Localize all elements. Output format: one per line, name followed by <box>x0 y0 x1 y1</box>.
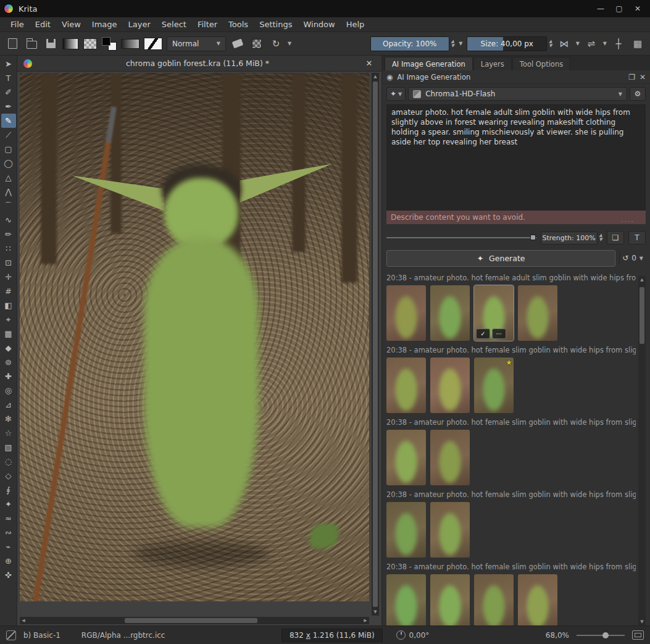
tool-rectangle[interactable]: ▢ <box>1 142 16 156</box>
result-group-header[interactable]: 20:38 - amateur photo. hot female adult … <box>386 274 636 282</box>
menu-help[interactable]: Help <box>341 19 370 30</box>
preserve-alpha-toggle[interactable] <box>249 36 264 52</box>
scroll-left-icon[interactable]: ◀ <box>20 617 27 624</box>
canvas-horizontal-scrollbar[interactable]: ◀ ▶ <box>20 617 369 624</box>
menu-edit[interactable]: Edit <box>30 19 56 30</box>
result-thumbnail[interactable] <box>430 430 470 485</box>
tool-enclose-fill[interactable]: ⊚ <box>1 355 16 369</box>
tool-zoom[interactable]: ⊕ <box>1 554 16 568</box>
tool-transform[interactable]: ⊡ <box>1 256 16 270</box>
generate-button[interactable]: ✦ Generate <box>386 250 615 267</box>
tool-bezier-select[interactable]: ∾ <box>1 525 16 540</box>
tool-dynamic-brush[interactable]: ✏ <box>1 227 16 241</box>
slider-handle[interactable] <box>530 235 536 240</box>
layers-mode-button[interactable]: ❏ <box>607 231 624 245</box>
chevron-down-icon[interactable]: ▼ <box>603 41 607 46</box>
menu-image[interactable]: Image <box>86 19 123 30</box>
float-docker-icon[interactable]: ❐ <box>628 73 635 82</box>
tool-text[interactable]: T <box>1 71 16 85</box>
chevron-down-icon[interactable]: ▼ <box>459 41 462 46</box>
tool-pan[interactable]: ✜ <box>1 568 16 582</box>
result-thumbnail[interactable] <box>430 285 470 341</box>
scroll-right-icon[interactable]: ▶ <box>362 617 369 624</box>
menu-settings[interactable]: Settings <box>254 19 298 30</box>
docker-tab-layers[interactable]: Layers <box>473 57 512 70</box>
tool-contiguous-select[interactable]: ✦ <box>1 497 16 511</box>
workspace-chooser-button[interactable]: ▦ <box>630 36 645 52</box>
result-thumbnail[interactable] <box>386 285 426 341</box>
result-group-header[interactable]: 20:38 - amateur photo. hot female slim g… <box>386 562 636 571</box>
more-options-button[interactable]: ⋯ <box>492 328 506 339</box>
prompt-input[interactable]: amateur photo. hot female adult slim gob… <box>386 104 646 211</box>
tool-ellipse[interactable]: ◯ <box>1 156 16 170</box>
menu-window[interactable]: Window <box>298 19 340 30</box>
tool-bezier-curve[interactable]: ⌒ <box>1 199 16 213</box>
selection-status-icon[interactable] <box>6 630 16 640</box>
canvas[interactable] <box>20 73 369 601</box>
tool-edit-shapes[interactable]: ✐ <box>1 85 16 99</box>
zoom-value[interactable]: 68,0% <box>546 631 569 640</box>
maximize-button[interactable]: ▢ <box>610 2 628 15</box>
rotation-dial-icon[interactable] <box>396 630 406 640</box>
result-thumbnail[interactable]: ★ <box>474 358 514 413</box>
scroll-down-icon[interactable]: ▼ <box>372 608 379 616</box>
tool-gradient[interactable]: ◧ <box>1 298 16 312</box>
menu-layer[interactable]: Layer <box>123 19 156 30</box>
settings-button[interactable]: ⚙ <box>630 87 646 101</box>
tool-crop[interactable]: # <box>1 284 16 298</box>
tool-select-shapes[interactable]: ➤ <box>1 57 16 71</box>
result-thumbnail[interactable] <box>430 574 470 625</box>
apply-result-button[interactable]: ✓ <box>476 328 490 339</box>
pattern-chooser[interactable] <box>83 36 98 52</box>
save-button[interactable] <box>43 36 58 52</box>
tool-freehand-select[interactable]: ∮ <box>1 483 16 497</box>
chevron-down-icon[interactable]: ▼ <box>576 41 580 46</box>
result-thumbnail[interactable] <box>518 574 557 625</box>
opacity-spin-arrows[interactable]: ▲▼ <box>451 40 454 48</box>
menu-tools[interactable]: Tools <box>223 19 254 30</box>
gradient-preview-button[interactable] <box>121 36 140 52</box>
menu-select[interactable]: Select <box>156 19 192 30</box>
result-thumbnail[interactable] <box>474 574 514 625</box>
fg-bg-color-selector[interactable] <box>102 36 117 52</box>
document-close-icon[interactable]: ✕ <box>363 59 375 68</box>
queue-indicator[interactable]: ↺ 0 ▼ <box>619 251 646 265</box>
brush-preset-status[interactable]: b) Basic-1 <box>23 631 60 640</box>
brush-editor-button[interactable] <box>144 36 162 52</box>
foreground-color-swatch[interactable] <box>102 37 110 46</box>
blend-mode-select[interactable]: Normal ▼ <box>167 36 226 51</box>
result-thumbnail[interactable] <box>518 285 557 341</box>
result-thumbnail[interactable] <box>386 430 426 485</box>
image-size-status[interactable]: 832 x 1.216 (11,6 MiB) <box>281 629 383 642</box>
tool-pattern-edit[interactable]: ▦ <box>1 327 16 341</box>
menu-filter[interactable]: Filter <box>192 19 223 30</box>
open-button[interactable] <box>24 36 39 52</box>
brush-size-slider[interactable]: Size: 40,00 px <box>467 36 547 51</box>
gradient-chooser[interactable] <box>62 36 78 52</box>
tool-calligraphy[interactable]: ✒ <box>1 99 16 114</box>
tool-ellipse-select[interactable]: ◌ <box>1 454 16 469</box>
scroll-up-icon[interactable]: ▲ <box>372 73 379 80</box>
scroll-down-icon[interactable]: ▼ <box>638 618 646 625</box>
scroll-up-icon[interactable]: ▲ <box>638 276 646 283</box>
wrap-around-toggle[interactable]: ┼ <box>611 36 626 52</box>
resize-grip-icon[interactable]: ···· <box>621 217 635 225</box>
tool-measure[interactable]: ⊿ <box>1 398 16 412</box>
fit-canvas-icon[interactable] <box>632 630 644 640</box>
tool-color-sampler[interactable]: ⌖ <box>1 312 16 327</box>
tool-polygon[interactable]: △ <box>1 170 16 185</box>
tool-assistants[interactable]: ✻ <box>1 412 16 426</box>
eraser-toggle[interactable] <box>230 36 245 52</box>
text-overlay-button[interactable]: T <box>628 231 646 245</box>
tool-rect-select[interactable]: ▧ <box>1 440 16 454</box>
tool-fill[interactable]: ◆ <box>1 341 16 355</box>
minimize-button[interactable]: — <box>592 2 609 15</box>
close-button[interactable]: ✕ <box>629 2 646 15</box>
new-document-button[interactable] <box>5 36 20 52</box>
style-preset-button[interactable]: ✦ ▼ <box>386 87 406 101</box>
result-thumbnail[interactable] <box>386 502 426 558</box>
tool-similar-select[interactable]: ≈ <box>1 511 16 525</box>
tool-colorize-mask[interactable]: ◎ <box>1 383 16 398</box>
tool-magnetic-select[interactable]: ⌁ <box>1 540 16 554</box>
tool-smart-patch[interactable]: ✚ <box>1 369 16 383</box>
